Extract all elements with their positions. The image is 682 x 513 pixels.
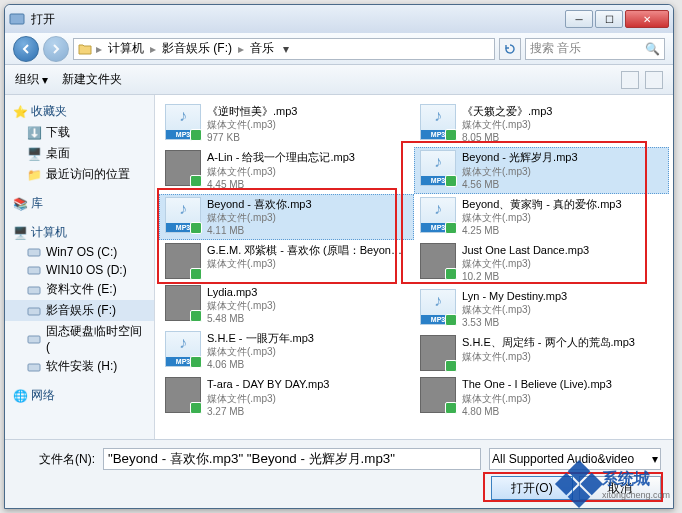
- play-badge-icon: [445, 360, 457, 372]
- file-item[interactable]: Lydia.mp3媒体文件(.mp3)5.48 MB: [159, 282, 414, 328]
- file-size: 3.53 MB: [462, 316, 663, 329]
- crumb-folder[interactable]: 音乐: [248, 40, 276, 57]
- file-name: The One - I Believe (Live).mp3: [462, 377, 663, 391]
- address-dropdown[interactable]: ▾: [278, 42, 294, 56]
- file-info: S.H.E - 一眼万年.mp3媒体文件(.mp3)4.06 MB: [207, 331, 408, 371]
- mp3-icon: ♪MP3: [420, 289, 456, 325]
- chevron-down-icon: ▾: [42, 73, 48, 87]
- nav-pane: ⭐ 收藏夹 ⬇️下载🖥️桌面📁最近访问的位置 📚 库 🖥️ 计算机 Win7 O…: [5, 95, 155, 439]
- sidebar-label: Win7 OS (C:): [46, 245, 117, 259]
- file-size: 4.45 MB: [207, 178, 408, 191]
- folder-icon: [78, 42, 92, 56]
- file-item[interactable]: Just One Last Dance.mp3媒体文件(.mp3)10.2 MB: [414, 240, 669, 286]
- sidebar-label: 最近访问的位置: [46, 166, 130, 183]
- view-menu[interactable]: [621, 71, 639, 89]
- sidebar-item[interactable]: ⬇️下载: [5, 122, 154, 143]
- album-cover: [165, 377, 201, 413]
- address-bar[interactable]: ▸ 计算机 ▸ 影音娱乐 (F:) ▸ 音乐 ▾: [73, 38, 495, 60]
- file-info: 《逆时恒美》.mp3媒体文件(.mp3)977 KB: [207, 104, 408, 144]
- open-dialog: 打开 ─ ☐ ✕ ▸ 计算机 ▸ 影音娱乐 (F:) ▸ 音乐 ▾ 搜索 音乐 …: [4, 4, 674, 509]
- play-badge-icon: [190, 175, 202, 187]
- chevron-right-icon[interactable]: ▸: [94, 42, 104, 56]
- file-item[interactable]: ♪MP3《逆时恒美》.mp3媒体文件(.mp3)977 KB: [159, 101, 414, 147]
- drive-icon: [27, 304, 41, 318]
- sidebar-item[interactable]: Win7 OS (C:): [5, 243, 154, 261]
- file-item[interactable]: ♪MP3Beyond - 喜欢你.mp3媒体文件(.mp3)4.11 MB: [159, 194, 414, 240]
- file-item[interactable]: The One - I Believe (Live).mp3媒体文件(.mp3)…: [414, 374, 669, 420]
- filename-label: 文件名(N):: [17, 451, 95, 468]
- mp3-icon: ♪MP3: [420, 197, 456, 233]
- drive-icon: 📁: [27, 168, 41, 182]
- search-input[interactable]: 搜索 音乐 🔍: [525, 38, 665, 60]
- sidebar-item[interactable]: 影音娱乐 (F:): [5, 300, 154, 321]
- play-badge-icon: [190, 129, 202, 141]
- sidebar-item[interactable]: WIN10 OS (D:): [5, 261, 154, 279]
- help-button[interactable]: [645, 71, 663, 89]
- computer-icon: 🖥️: [13, 226, 27, 240]
- file-list[interactable]: ♪MP3《逆时恒美》.mp3媒体文件(.mp3)977 KBA-Lin - 给我…: [155, 95, 673, 439]
- sidebar-item[interactable]: 固态硬盘临时空间 (: [5, 321, 154, 356]
- crumb-drive[interactable]: 影音娱乐 (F:): [160, 40, 234, 57]
- file-item[interactable]: ♪MP3Beyond、黄家驹 - 真的爱你.mp3媒体文件(.mp3)4.25 …: [414, 194, 669, 240]
- sidebar-label: 下载: [46, 124, 70, 141]
- sidebar-item[interactable]: 🖥️桌面: [5, 143, 154, 164]
- filename-input[interactable]: [103, 448, 481, 470]
- file-name: Beyond - 喜欢你.mp3: [207, 197, 408, 211]
- sidebar-label: 资料文件 (E:): [46, 281, 117, 298]
- play-badge-icon: [445, 402, 457, 414]
- mp3-icon: ♪MP3: [165, 104, 201, 140]
- organize-menu[interactable]: 组织 ▾: [15, 71, 48, 88]
- play-badge-icon: [445, 268, 457, 280]
- file-type: 媒体文件(.mp3): [207, 392, 408, 405]
- svg-rect-6: [28, 364, 40, 371]
- new-folder-button[interactable]: 新建文件夹: [62, 71, 122, 88]
- computer-group[interactable]: 🖥️ 计算机: [5, 222, 154, 243]
- file-size: 5.48 MB: [207, 312, 408, 325]
- favorites-group[interactable]: ⭐ 收藏夹: [5, 101, 154, 122]
- play-badge-icon: [445, 222, 457, 234]
- file-type: 媒体文件(.mp3): [462, 303, 663, 316]
- crumb-computer[interactable]: 计算机: [106, 40, 146, 57]
- chevron-right-icon[interactable]: ▸: [236, 42, 246, 56]
- file-item[interactable]: A-Lin - 给我一个理由忘记.mp3媒体文件(.mp3)4.45 MB: [159, 147, 414, 193]
- sidebar-item[interactable]: 软件安装 (H:): [5, 356, 154, 377]
- sidebar-item[interactable]: 资料文件 (E:): [5, 279, 154, 300]
- file-info: Just One Last Dance.mp3媒体文件(.mp3)10.2 MB: [462, 243, 663, 283]
- file-item[interactable]: ♪MP3《天籁之爱》.mp3媒体文件(.mp3)8.05 MB: [414, 101, 669, 147]
- file-item[interactable]: G.E.M. 邓紫棋 - 喜欢你 (原唱：Beyond).mp3媒体文件(.mp…: [159, 240, 414, 282]
- command-bar: 组织 ▾ 新建文件夹: [5, 65, 673, 95]
- maximize-button[interactable]: ☐: [595, 10, 623, 28]
- network-group[interactable]: 🌐 网络: [5, 385, 154, 406]
- play-badge-icon: [190, 356, 202, 368]
- sidebar-item[interactable]: 📁最近访问的位置: [5, 164, 154, 185]
- close-button[interactable]: ✕: [625, 10, 669, 28]
- network-icon: 🌐: [13, 389, 27, 403]
- album-cover: [420, 335, 456, 371]
- drive-icon: ⬇️: [27, 126, 41, 140]
- sidebar-label: 固态硬盘临时空间 (: [46, 323, 146, 354]
- file-name: S.H.E、周定纬 - 两个人的荒岛.mp3: [462, 335, 663, 349]
- library-icon: 📚: [13, 197, 27, 211]
- mp3-icon: ♪MP3: [165, 331, 201, 367]
- back-button[interactable]: [13, 36, 39, 62]
- file-item[interactable]: ♪MP3Lyn - My Destiny.mp3媒体文件(.mp3)3.53 M…: [414, 286, 669, 332]
- refresh-button[interactable]: [499, 38, 521, 60]
- minimize-button[interactable]: ─: [565, 10, 593, 28]
- sidebar-label: 桌面: [46, 145, 70, 162]
- file-item[interactable]: ♪MP3S.H.E - 一眼万年.mp3媒体文件(.mp3)4.06 MB: [159, 328, 414, 374]
- file-name: Beyond - 光辉岁月.mp3: [462, 150, 663, 164]
- svg-rect-1: [28, 249, 40, 256]
- libraries-group[interactable]: 📚 库: [5, 193, 154, 214]
- file-item[interactable]: T-ara - DAY BY DAY.mp3媒体文件(.mp3)3.27 MB: [159, 374, 414, 420]
- file-item[interactable]: ♪MP3Beyond - 光辉岁月.mp3媒体文件(.mp3)4.56 MB: [414, 147, 669, 193]
- forward-button[interactable]: [43, 36, 69, 62]
- titlebar: 打开 ─ ☐ ✕: [5, 5, 673, 33]
- chevron-right-icon[interactable]: ▸: [148, 42, 158, 56]
- file-type: 媒体文件(.mp3): [462, 165, 663, 178]
- search-placeholder: 搜索 音乐: [530, 40, 581, 57]
- album-cover: [165, 285, 201, 321]
- file-name: 《天籁之爱》.mp3: [462, 104, 663, 118]
- drive-icon: [27, 245, 41, 259]
- file-item[interactable]: S.H.E、周定纬 - 两个人的荒岛.mp3媒体文件(.mp3): [414, 332, 669, 374]
- nav-toolbar: ▸ 计算机 ▸ 影音娱乐 (F:) ▸ 音乐 ▾ 搜索 音乐 🔍: [5, 33, 673, 65]
